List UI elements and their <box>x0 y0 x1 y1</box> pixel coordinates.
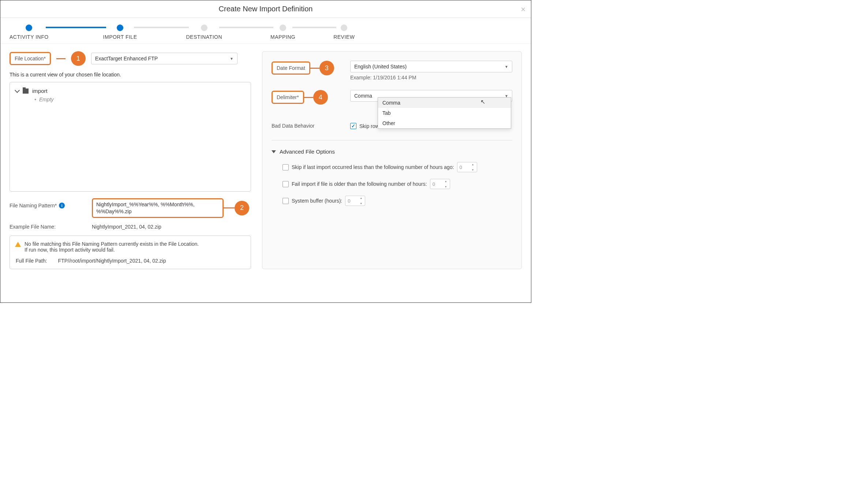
annotation-marker-3: 3 <box>319 61 334 75</box>
folder-icon <box>23 89 29 94</box>
step-dot-icon <box>341 25 347 31</box>
dropdown-item-other[interactable]: Other <box>378 118 511 128</box>
right-panel: Date Format 3 English (United States) ▼ … <box>262 51 522 269</box>
step-label: IMPORT FILE <box>103 34 137 40</box>
tree-root-label: import <box>32 88 48 94</box>
tree-root-row[interactable]: import <box>15 88 245 94</box>
step-label: MAPPING <box>270 34 295 40</box>
step-bar <box>134 27 189 28</box>
pattern-label: File Naming Pattern* <box>10 203 57 208</box>
cursor-icon: ↖ <box>480 98 485 105</box>
step-label: REVIEW <box>333 34 355 40</box>
adv-buffer-input[interactable]: 0 ▲▼ <box>345 196 365 206</box>
advanced-header-label: Advanced File Options <box>280 148 335 155</box>
spinner-icon[interactable]: ▲▼ <box>360 197 364 205</box>
select-value: Comma <box>354 93 372 99</box>
body: File Location* 1 ExactTarget Enhanced FT… <box>0 44 531 276</box>
triangle-down-icon <box>272 150 276 153</box>
example-row: Example File Name: NightlyImport_2021, 0… <box>10 224 251 230</box>
path-value: FTP//root/import/NightlyImport_2021, 04,… <box>58 258 166 264</box>
annotation-connector <box>56 58 66 59</box>
modal-header: Create New Import Definition × <box>0 0 531 18</box>
bad-data-label: Bad Data Behavior <box>272 123 319 129</box>
file-location-row: File Location* 1 ExactTarget Enhanced FT… <box>10 51 251 66</box>
spinner-icon[interactable]: ▲▼ <box>472 163 476 171</box>
delimiter-dropdown[interactable]: Comma ↖ Tab Other <box>378 97 511 129</box>
spinner-icon[interactable]: ▲▼ <box>445 180 449 188</box>
adv-skip-checkbox[interactable] <box>283 164 289 170</box>
date-format-label: Date Format <box>272 61 310 75</box>
advanced-header[interactable]: Advanced File Options <box>272 148 512 155</box>
annotation-marker-2: 2 <box>235 201 249 215</box>
file-location-help: This is a current view of your chosen fi… <box>10 72 251 78</box>
step-mapping[interactable]: MAPPING <box>270 25 295 40</box>
date-format-row: Date Format 3 English (United States) ▼ … <box>272 61 512 80</box>
adv-buffer-checkbox[interactable] <box>283 198 289 204</box>
num-value: 0 <box>460 165 462 170</box>
tree-empty: Empty <box>34 97 245 102</box>
adv-fail-label: Fail import if file is older than the fo… <box>292 181 427 187</box>
step-label: ACTIVITY INFO <box>10 34 49 40</box>
pattern-input[interactable]: NightlyImport_%%Year%%, %%Month%%, %%Day… <box>92 198 224 218</box>
num-value: 0 <box>348 198 350 204</box>
date-format-select[interactable]: English (United States) ▼ <box>350 61 512 72</box>
file-tree[interactable]: import Empty <box>10 82 251 192</box>
file-location-select[interactable]: ExactTarget Enhanced FTP ▼ <box>91 53 237 64</box>
adv-skip-label: Skip if last import occurred less than t… <box>292 164 454 170</box>
step-destination[interactable]: DESTINATION <box>186 25 222 40</box>
caret-down-icon: ▼ <box>505 65 508 69</box>
modal: Create New Import Definition × ACTIVITY … <box>0 0 531 303</box>
adv-skip-input[interactable]: 0 ▲▼ <box>457 162 477 172</box>
example-value: NightlyImport_2021, 04, 02.zip <box>79 224 161 230</box>
date-format-example: Example: 1/19/2016 1:44 PM <box>350 75 512 80</box>
example-label: Example File Name: <box>10 224 74 230</box>
dropdown-item-label: Comma <box>382 100 400 106</box>
step-dot-icon <box>280 25 286 31</box>
bad-data-checkbox[interactable] <box>350 123 356 129</box>
dropdown-item-tab[interactable]: Tab <box>378 108 511 118</box>
info-icon[interactable]: i <box>59 203 65 208</box>
warning-line2: If run now, this Import activity would f… <box>25 247 199 253</box>
annotation-connector <box>310 68 319 69</box>
path-label: Full File Path: <box>16 258 47 264</box>
adv-buffer-row: System buffer (hours): 0 ▲▼ <box>283 196 512 206</box>
annotation-marker-1: 1 <box>71 51 86 66</box>
adv-fail-input[interactable]: 0 ▲▼ <box>430 179 450 189</box>
adv-fail-checkbox[interactable] <box>283 181 289 187</box>
modal-title: Create New Import Definition <box>219 5 313 13</box>
step-dot-icon <box>26 25 32 31</box>
adv-fail-row: Fail import if file is older than the fo… <box>283 179 512 189</box>
step-activity-info[interactable]: ACTIVITY INFO <box>10 25 49 40</box>
annotation-connector <box>224 207 235 208</box>
dropdown-item-comma[interactable]: Comma ↖ <box>378 98 511 108</box>
select-value: English (United States) <box>354 64 407 69</box>
caret-down-icon: ▼ <box>230 57 233 61</box>
stepper: ACTIVITY INFO IMPORT FILE DESTINATION MA… <box>0 18 531 44</box>
step-bar <box>46 27 106 28</box>
annotation-marker-4: 4 <box>313 90 328 105</box>
adv-skip-row: Skip if last import occurred less than t… <box>283 162 512 172</box>
annotation-connector <box>304 97 313 98</box>
step-bar <box>292 27 336 28</box>
step-import-file[interactable]: IMPORT FILE <box>103 25 137 40</box>
warning-box: No file matching this File Naming Patter… <box>10 236 251 269</box>
step-dot-icon <box>117 25 123 31</box>
close-button[interactable]: × <box>521 5 525 14</box>
adv-buffer-label: System buffer (hours): <box>292 198 342 204</box>
step-bar <box>219 27 273 28</box>
step-dot-icon <box>201 25 207 31</box>
chevron-down-icon[interactable] <box>15 87 20 93</box>
divider <box>272 140 512 140</box>
num-value: 0 <box>433 181 435 187</box>
pattern-row: File Naming Pattern* i NightlyImport_%%Y… <box>10 198 251 218</box>
left-panel: File Location* 1 ExactTarget Enhanced FT… <box>10 51 251 269</box>
warning-icon <box>15 242 21 247</box>
warning-line1: No file matching this File Naming Patter… <box>25 241 199 247</box>
file-location-label: File Location* <box>10 52 51 65</box>
step-review[interactable]: REVIEW <box>333 25 355 40</box>
delimiter-label: Delimiter* <box>272 91 304 104</box>
select-value: ExactTarget Enhanced FTP <box>95 56 158 61</box>
step-label: DESTINATION <box>186 34 222 40</box>
